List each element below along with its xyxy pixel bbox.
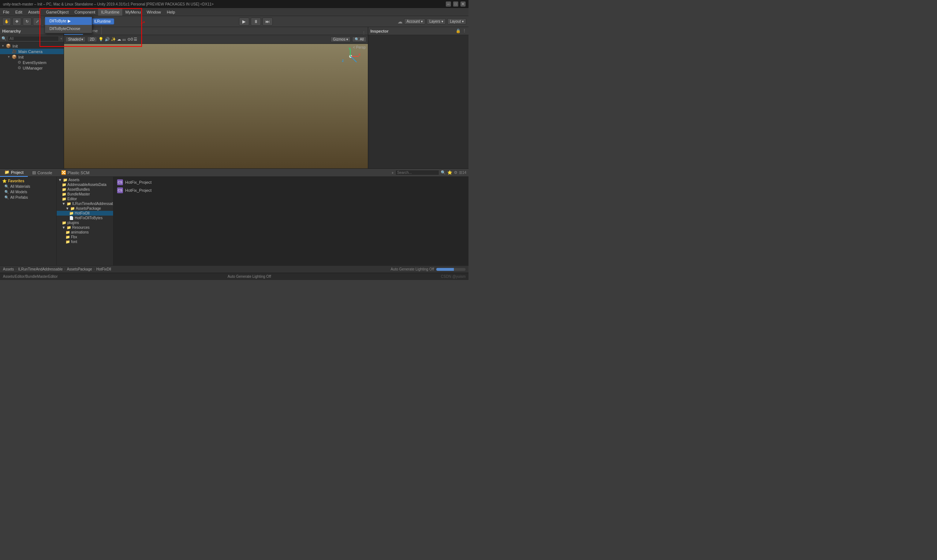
all-prefabs-label: All Prefabs bbox=[10, 195, 28, 200]
hd-label: HotFixDll bbox=[75, 211, 90, 215]
all-materials-item[interactable]: 🔍 All Materials bbox=[0, 184, 56, 189]
menu-file[interactable]: File bbox=[0, 8, 12, 16]
rotate-tool[interactable]: ↻ bbox=[23, 18, 31, 26]
ilruntime-folder[interactable]: ▼ 📁 ILRunTimeAndAddressable bbox=[57, 201, 113, 206]
ilruntime-toolbar-btn[interactable]: ILRuntime bbox=[91, 18, 114, 25]
sky-icon[interactable]: ☁ bbox=[117, 37, 121, 42]
breadcrumb-hotfix[interactable]: HotFixDll bbox=[96, 267, 111, 271]
light-icon[interactable]: 💡 bbox=[98, 37, 103, 42]
close-button[interactable]: ✕ bbox=[460, 2, 466, 6]
menu-gameobject[interactable]: GameObject bbox=[43, 8, 72, 16]
hotfixbytes-folder[interactable]: 📄 HotFixDllToBytes bbox=[57, 215, 113, 220]
init-label: Init bbox=[18, 55, 24, 59]
bundlemaster-folder[interactable]: 📁 BundleMaster bbox=[57, 192, 113, 197]
tree-item-init[interactable]: ▼ 📦 Init bbox=[0, 54, 64, 60]
layout-dropdown[interactable]: Layout ▾ bbox=[447, 18, 466, 25]
hierarchy-search: 🔍 + bbox=[0, 35, 64, 43]
menu-component[interactable]: Component bbox=[71, 8, 98, 16]
favorites-header: ⭐ Favorites bbox=[0, 178, 56, 184]
inspector-menu-icon[interactable]: ⋮ bbox=[462, 29, 466, 33]
tree-item-init-root[interactable]: ▼ 📦 Init bbox=[0, 43, 64, 49]
sep-2: › bbox=[64, 267, 65, 271]
bottom-breadcrumb: Assets › ILRunTimeAndAddressable › Asset… bbox=[0, 265, 469, 273]
search-scene-btn[interactable]: 🔍 All bbox=[352, 37, 366, 42]
play-button[interactable]: ▶ bbox=[239, 18, 249, 26]
inspector-header: Inspector 🔒 ⋮ bbox=[368, 27, 469, 35]
menu-help[interactable]: Help bbox=[164, 8, 178, 16]
inspector-lock-icon[interactable]: 🔒 bbox=[456, 29, 461, 33]
file-hotfix-1[interactable]: CS HotFix_Project bbox=[115, 178, 467, 186]
an-label: animations bbox=[71, 230, 89, 234]
hotfixdll-folder[interactable]: 📁 HotFixDll bbox=[57, 211, 113, 215]
menu-mymenu[interactable]: MyMenu bbox=[122, 8, 143, 16]
watermark: CSDN @yuism bbox=[441, 274, 466, 278]
scale-tool[interactable]: ⤢ bbox=[33, 18, 42, 26]
favorites-icon[interactable]: ⭐ bbox=[447, 170, 452, 175]
ab-label: AssetBundles bbox=[67, 188, 90, 191]
search-options-icon[interactable]: 🔍 bbox=[441, 170, 446, 175]
dlltobyte-item[interactable]: DllToByte ▶ bbox=[45, 17, 92, 25]
res-label: Resources bbox=[72, 225, 90, 229]
gizmo-x-label: X bbox=[358, 53, 360, 56]
animations-folder[interactable]: 📁 animations bbox=[57, 230, 113, 235]
pause-button[interactable]: ⏸ bbox=[251, 18, 261, 26]
assets-root[interactable]: ▼ 📁 Assets bbox=[57, 177, 113, 182]
menu-window[interactable]: Window bbox=[144, 8, 164, 16]
project-tab[interactable]: 📁 Project bbox=[0, 169, 28, 177]
fbx-folder[interactable]: 📁 Fbx bbox=[57, 235, 113, 239]
editor-folder[interactable]: 📁 Editor bbox=[57, 197, 113, 201]
all-prefabs-item[interactable]: 🔍 All Prefabs bbox=[0, 195, 56, 200]
project-search-input[interactable] bbox=[395, 170, 439, 175]
add-folder-btn[interactable]: + bbox=[391, 171, 394, 175]
menu-edit[interactable]: Edit bbox=[12, 8, 25, 16]
menu-assets[interactable]: Assets bbox=[25, 8, 43, 16]
assets-label: Assets bbox=[68, 178, 79, 182]
an-folder-icon: 📁 bbox=[66, 230, 70, 234]
tree-item-uimanager[interactable]: ⚙ UIManager bbox=[0, 65, 64, 71]
dlltobytechoose-item[interactable]: DllToByteChoose bbox=[45, 25, 92, 32]
plugins-folder[interactable]: 📁 plugins bbox=[57, 220, 113, 225]
breadcrumb-il[interactable]: ILRunTimeAndAddressable bbox=[18, 267, 63, 271]
scene-tabs: Scene Game ⋮ bbox=[64, 27, 368, 35]
minimize-button[interactable]: ─ bbox=[446, 2, 451, 6]
hand-tool[interactable]: ✋ bbox=[2, 18, 11, 26]
hierarchy-search-input[interactable] bbox=[8, 36, 59, 42]
favorites-label: Favorites bbox=[8, 179, 24, 183]
assetbundles-folder[interactable]: 📁 AssetBundles bbox=[57, 187, 113, 192]
hierarchy-add-btn[interactable]: + bbox=[60, 37, 62, 41]
inspector-controls: 🔒 ⋮ bbox=[456, 29, 466, 33]
move-tool[interactable]: ✥ bbox=[12, 18, 21, 26]
file-hotfix-2[interactable]: CS HotFix_Project bbox=[115, 186, 467, 194]
search-icon-mod: 🔍 bbox=[5, 190, 9, 194]
resources-folder[interactable]: ▼ 📁 Resources bbox=[57, 225, 113, 230]
2d-mode-btn[interactable]: 2D bbox=[87, 37, 97, 42]
audio-icon[interactable]: 🔊 bbox=[105, 37, 110, 42]
fx-icon[interactable]: ✨ bbox=[111, 37, 116, 42]
tree-item-eventsystem[interactable]: ⚙ EventSystem bbox=[0, 60, 64, 65]
assetspkg-folder[interactable]: ▼ 📁 AssetsPackage bbox=[57, 206, 113, 211]
layers-dropdown[interactable]: Layers ▾ bbox=[427, 18, 446, 25]
project-controls: + 🔍 ⭐ ⚙ ☰14 bbox=[389, 170, 469, 175]
tabs-more[interactable]: ⋮ bbox=[360, 31, 368, 35]
menu-ilruntime[interactable]: ILRuntime bbox=[98, 8, 122, 16]
gizmo-z-label: Z bbox=[342, 59, 344, 63]
plastic-scm-tab[interactable]: 🔀 Plastic SCM bbox=[57, 169, 94, 177]
console-tab[interactable]: ▤ Console bbox=[28, 169, 56, 177]
step-button[interactable]: ⏭ bbox=[262, 18, 273, 26]
all-models-item[interactable]: 🔍 All Models bbox=[0, 189, 56, 195]
bm-label: BundleMaster bbox=[67, 192, 90, 196]
tree-item-main-camera[interactable]: 🎥 Main Camera bbox=[0, 49, 64, 54]
account-dropdown[interactable]: Account ▾ bbox=[404, 18, 425, 25]
init-icon: 📦 bbox=[12, 55, 17, 59]
shade-mode-btn[interactable]: Shaded ▾ bbox=[66, 37, 86, 42]
gizmos-btn[interactable]: Gizmos ▾ bbox=[331, 37, 351, 42]
file-label-2: HotFix_Project bbox=[125, 188, 152, 192]
breadcrumb-assets[interactable]: Assets bbox=[3, 267, 14, 271]
breadcrumb-ap[interactable]: AssetsPackage bbox=[67, 267, 92, 271]
maximize-button[interactable]: □ bbox=[453, 2, 458, 6]
project-settings-icon[interactable]: ⚙ bbox=[454, 170, 457, 175]
addressable-folder[interactable]: 📁 AddressableAssetsData bbox=[57, 182, 113, 187]
scene-icon-4[interactable]: ⚏ bbox=[122, 37, 126, 42]
file-icon-2: CS bbox=[117, 188, 123, 193]
font-folder[interactable]: 📁 font bbox=[57, 239, 113, 244]
